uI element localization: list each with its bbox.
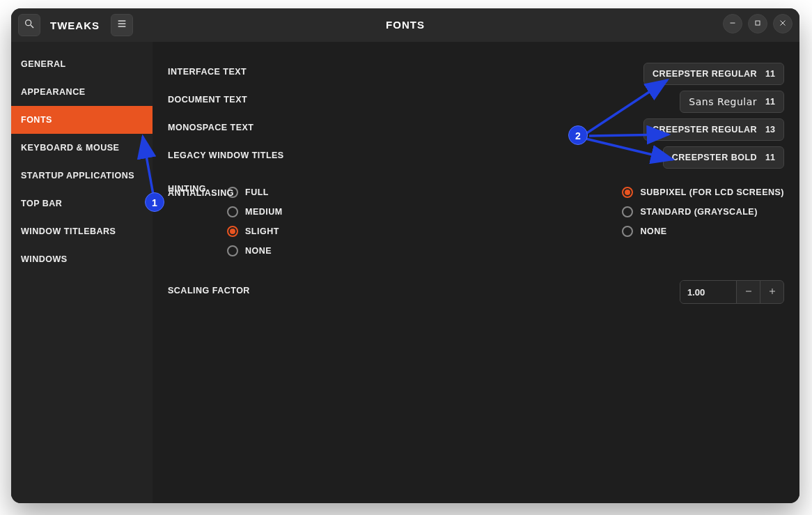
sidebar-item-window-titlebars[interactable]: Window Titlebars <box>11 217 153 245</box>
app-window: Tweaks Fonts <box>11 8 799 503</box>
antialiasing-label: Antialiasing <box>168 188 234 198</box>
sidebar-item-label: Fonts <box>21 115 52 125</box>
hinting-option-medium[interactable]: Medium <box>227 202 283 222</box>
radio-icon <box>227 226 238 237</box>
sidebar-item-keyboard-mouse[interactable]: Keyboard & Mouse <box>11 134 153 162</box>
antialiasing-option-none[interactable]: None <box>622 222 784 241</box>
scaling-label: Scaling Factor <box>168 286 250 295</box>
sidebar-item-top-bar[interactable]: Top Bar <box>11 190 153 217</box>
font-size: 11 <box>765 153 775 162</box>
antialiasing-options: Subpixel (for LCD screens) Standard (gra… <box>622 183 784 241</box>
font-selector-interface[interactable]: Creepster Regular 11 <box>643 63 784 85</box>
font-row-interface: Interface Text Creepster Regular 11 <box>168 61 784 89</box>
callout-one: 1 <box>145 192 164 212</box>
font-selector-legacy-titles[interactable]: Creepster Bold 11 <box>663 146 784 169</box>
hamburger-button[interactable] <box>111 14 133 36</box>
font-row-label: Monospace Text <box>168 123 253 132</box>
radio-label: Medium <box>245 207 283 217</box>
scaling-decrement[interactable] <box>736 281 760 303</box>
font-selector-monospace[interactable]: Creepster Regular 13 <box>643 118 784 141</box>
sidebar-item-general[interactable]: General <box>11 50 153 78</box>
font-name: Creepster Regular <box>653 69 757 79</box>
plus-icon <box>768 286 776 298</box>
font-name: Creepster Bold <box>672 153 757 162</box>
radio-label: None <box>640 226 666 236</box>
font-row-document: Document Text Sans Regular 11 <box>168 89 784 117</box>
hinting-options: Full Medium Slight None <box>227 183 283 261</box>
font-name: Sans Regular <box>689 96 757 107</box>
radio-icon <box>622 187 633 198</box>
radio-icon <box>622 206 633 217</box>
hamburger-icon <box>116 18 127 32</box>
font-row-label: Legacy Window Titles <box>168 151 284 160</box>
maximize-button[interactable] <box>748 14 767 33</box>
sidebar-item-label: Startup Applications <box>21 171 134 180</box>
hinting-option-slight[interactable]: Slight <box>227 222 283 241</box>
svg-point-0 <box>26 20 31 26</box>
font-size: 11 <box>765 69 775 79</box>
radio-label: Slight <box>245 226 279 236</box>
minimize-icon <box>728 17 737 30</box>
maximize-icon <box>754 17 762 30</box>
sidebar-item-label: Keyboard & Mouse <box>21 143 119 153</box>
sidebar-item-label: Top Bar <box>21 199 62 208</box>
sidebar-item-fonts[interactable]: Fonts <box>11 106 153 134</box>
radio-label: Full <box>245 187 269 197</box>
font-row-label: Document Text <box>168 95 247 105</box>
radio-icon <box>227 245 238 256</box>
scaling-value[interactable]: 1.00 <box>680 281 736 303</box>
antialiasing-option-standard[interactable]: Standard (grayscale) <box>622 202 784 222</box>
antialiasing-option-subpixel[interactable]: Subpixel (for LCD screens) <box>622 183 784 202</box>
svg-line-1 <box>31 25 33 28</box>
sidebar-item-appearance[interactable]: Appearance <box>11 78 153 106</box>
radio-icon <box>227 206 238 217</box>
sidebar-item-label: Appearance <box>21 87 86 97</box>
sidebar-item-label: Windows <box>21 254 68 264</box>
font-size: 11 <box>765 97 775 107</box>
close-icon <box>779 17 787 30</box>
sidebar-item-label: Window Titlebars <box>21 226 116 236</box>
minimize-button[interactable] <box>723 14 742 33</box>
font-row-legacy-titles: Legacy Window Titles Creepster Bold 11 <box>168 145 784 173</box>
radio-icon <box>622 226 633 237</box>
panel-title: Fonts <box>386 19 425 31</box>
callout-two: 2 <box>568 125 588 145</box>
font-row-monospace: Monospace Text Creepster Regular 13 <box>168 117 784 145</box>
search-icon <box>24 18 35 32</box>
font-size: 13 <box>765 125 775 134</box>
close-button[interactable] <box>773 14 793 33</box>
hinting-antialiasing-row: Hinting Full Medium Slight <box>168 183 784 266</box>
main-panel: Interface Text Creepster Regular 11 Docu… <box>153 42 799 503</box>
font-selector-document[interactable]: Sans Regular 11 <box>680 91 784 113</box>
radio-label: Standard (grayscale) <box>640 207 757 217</box>
minus-icon <box>744 286 753 298</box>
hinting-option-full[interactable]: Full <box>227 183 283 202</box>
radio-label: Subpixel (for LCD screens) <box>640 187 784 197</box>
sidebar-item-windows[interactable]: Windows <box>11 245 153 273</box>
sidebar: General Appearance Fonts Keyboard & Mous… <box>11 42 153 503</box>
hinting-option-none[interactable]: None <box>227 241 283 261</box>
scaling-spin: 1.00 <box>680 280 784 304</box>
radio-label: None <box>245 246 272 256</box>
sidebar-item-startup-applications[interactable]: Startup Applications <box>11 162 153 190</box>
svg-rect-6 <box>756 21 760 25</box>
font-row-label: Interface Text <box>168 67 247 77</box>
sidebar-item-label: General <box>21 59 66 69</box>
font-name: Creepster Regular <box>653 125 757 134</box>
titlebar: Tweaks Fonts <box>11 8 799 42</box>
scaling-increment[interactable] <box>760 281 783 303</box>
app-title: Tweaks <box>50 20 100 31</box>
search-button[interactable] <box>18 14 40 36</box>
scaling-row: Scaling Factor 1.00 <box>168 280 784 308</box>
